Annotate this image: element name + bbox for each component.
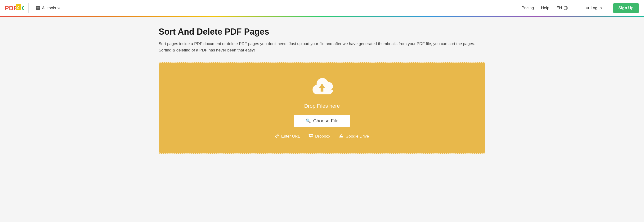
main-content: Sort And Delete PDF Pages Sort pages ins…	[144, 17, 500, 163]
dropbox-label: Dropbox	[315, 134, 330, 139]
chevron-down-icon	[58, 6, 60, 9]
header-divider-1	[28, 3, 29, 13]
svg-marker-14	[340, 134, 343, 137]
search-icon: 🔍	[306, 118, 311, 124]
grid-icon	[36, 6, 40, 10]
header-nav: Pricing Help EN ⇒ Log In Sign Up	[522, 3, 639, 13]
login-label: Log In	[591, 6, 602, 11]
dropbox-option[interactable]: Dropbox	[308, 134, 330, 139]
enter-url-label: Enter URL	[281, 134, 300, 139]
google-drive-option[interactable]: Google Drive	[339, 134, 369, 139]
login-arrow-icon: ⇒	[586, 6, 589, 11]
all-tools-button[interactable]: All tools	[34, 4, 62, 12]
login-button[interactable]: ⇒ Log In	[582, 4, 606, 12]
link-icon	[275, 134, 280, 139]
all-tools-label: All tools	[42, 6, 56, 11]
upload-area[interactable]: Drop Files here 🔍 Choose File Enter URL	[159, 62, 485, 154]
signup-label: Sign Up	[618, 6, 634, 10]
google-drive-label: Google Drive	[346, 134, 369, 139]
page-title: Sort And Delete PDF Pages	[159, 27, 485, 37]
dropbox-icon	[308, 134, 313, 139]
svg-text:PDF: PDF	[5, 4, 17, 11]
logo-icon: PDF 2 GO .com	[5, 3, 24, 13]
extra-options: Enter URL Dropbox	[275, 134, 369, 139]
drop-files-text: Drop Files here	[304, 103, 340, 109]
signup-button[interactable]: Sign Up	[613, 3, 639, 13]
page-description: Sort pages inside a PDF document or dele…	[159, 41, 478, 53]
language-label: EN	[556, 6, 562, 11]
svg-text:2: 2	[16, 5, 19, 10]
google-drive-icon	[339, 134, 344, 139]
choose-file-button[interactable]: 🔍 Choose File	[294, 115, 350, 127]
pricing-link[interactable]: Pricing	[522, 6, 534, 11]
globe-icon	[564, 6, 568, 10]
cloud-upload-icon	[310, 77, 334, 98]
enter-url-option[interactable]: Enter URL	[275, 134, 300, 139]
language-selector[interactable]: EN	[556, 6, 568, 11]
header-divider-2	[575, 3, 575, 13]
logo-area: PDF 2 GO .com	[5, 3, 24, 13]
header: PDF 2 GO .com All tools Pricing Help EN	[0, 0, 644, 16]
help-link[interactable]: Help	[541, 6, 549, 11]
svg-text:GO: GO	[22, 4, 24, 11]
svg-marker-9	[308, 134, 311, 135]
choose-file-label: Choose File	[313, 118, 338, 124]
svg-marker-10	[311, 134, 313, 135]
